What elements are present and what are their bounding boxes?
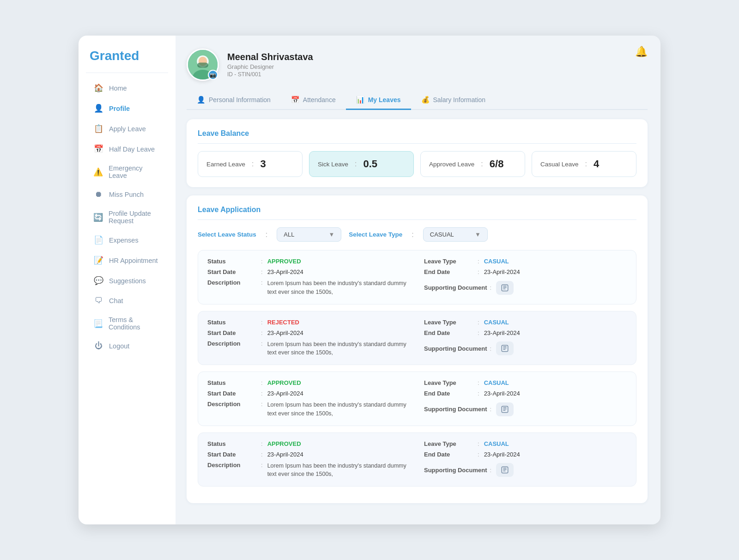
salary-tab-icon: 💰 <box>421 96 430 104</box>
supporting-document-button[interactable] <box>496 281 514 295</box>
sidebar-item-label: Half Day Leave <box>109 146 155 153</box>
sidebar-item-terms[interactable]: 📃 Terms & Conditions <box>82 311 172 336</box>
supporting-document-button[interactable] <box>496 463 514 477</box>
app-logo: Granted <box>79 49 176 73</box>
end-date-field-label: End Date <box>424 329 475 336</box>
supporting-document-button[interactable] <box>496 341 514 355</box>
apply-leave-icon: 📋 <box>93 124 103 134</box>
start-date-value: 23-April-2024 <box>267 329 303 336</box>
balance-item-approved-leave: Approved Leave : 6/8 <box>420 151 525 177</box>
filter-type-colon: : <box>412 231 413 239</box>
end-date-value: 23-April-2024 <box>484 451 520 458</box>
leave-type-field-label: Leave Type <box>424 440 475 447</box>
leave-type-field-label: Leave Type <box>424 379 475 386</box>
description-value: Lorem Ipsum has been the industry's stan… <box>267 279 410 297</box>
sidebar-item-emergency-leave[interactable]: ⚠️ Emergency Leave <box>82 159 172 184</box>
sidebar-divider <box>86 73 168 73</box>
table-row: Status : APPROVED Leave Type : CASUAL St… <box>198 250 636 304</box>
status-field-label: Status <box>207 319 258 326</box>
supporting-doc-field-label: Supporting Document <box>424 284 487 291</box>
leave-type-value: CASUAL <box>484 258 509 265</box>
leave-type-field-label: Leave Type <box>424 258 475 265</box>
table-row: Status : APPROVED Leave Type : CASUAL St… <box>198 371 636 426</box>
tab-attendance[interactable]: 📅 Attendance <box>281 91 346 110</box>
tab-label: Salary Information <box>433 96 486 103</box>
start-date-field-label: Start Date <box>207 329 258 336</box>
sidebar-item-apply-leave[interactable]: 📋 Apply Leave <box>82 119 172 139</box>
balance-item-earned-leave: Earned Leave : 3 <box>198 151 303 177</box>
suggestions-icon: 💬 <box>93 276 103 286</box>
sidebar-item-chat[interactable]: 🗨 Chat <box>82 291 172 310</box>
supporting-doc-field-label: Supporting Document <box>424 406 487 413</box>
logout-icon: ⏻ <box>93 341 103 351</box>
attendance-tab-icon: 📅 <box>291 96 300 104</box>
svg-rect-4 <box>197 62 208 67</box>
filter-type-select[interactable]: CASUAL ▼ <box>423 227 488 242</box>
filter-type-label: Select Leave Type <box>349 231 402 238</box>
my-leaves-tab-icon: 📊 <box>356 96 365 104</box>
tab-label: My Leaves <box>368 96 401 103</box>
profile-name: Meenal Shrivastava <box>227 52 313 62</box>
filter-status-label: Select Leave Status <box>198 231 256 238</box>
start-date-field-label: Start Date <box>207 268 258 275</box>
sidebar-item-label: Suggestions <box>109 277 146 285</box>
chat-icon: 🗨 <box>93 296 103 305</box>
status-field-label: Status <box>207 258 258 265</box>
miss-punch-icon: ⏺ <box>93 190 103 199</box>
sidebar-item-hr-appointment[interactable]: 📝 HR Appointment <box>82 250 172 270</box>
balance-label: Sick Leave <box>318 161 348 168</box>
sidebar-item-suggestions[interactable]: 💬 Suggestions <box>82 271 172 291</box>
tab-label: Attendance <box>303 96 336 103</box>
end-date-field-label: End Date <box>424 268 475 275</box>
start-date-value: 23-April-2024 <box>267 451 303 458</box>
sidebar-item-label: Terms & Conditions <box>109 316 161 331</box>
sidebar-item-miss-punch[interactable]: ⏺ Miss Punch <box>82 185 172 204</box>
sidebar-nav: 🏠 Home 👤 Profile 📋 Apply Leave 📅 Half Da… <box>79 78 176 356</box>
sidebar-item-label: Logout <box>109 342 129 350</box>
sidebar-item-profile[interactable]: 👤 Profile <box>82 98 172 118</box>
home-icon: 🏠 <box>93 83 103 93</box>
half-day-leave-icon: 📅 <box>93 144 103 154</box>
end-date-field-label: End Date <box>424 390 475 397</box>
table-row: Status : REJECTED Leave Type : CASUAL St… <box>198 311 636 365</box>
sidebar-item-expenses[interactable]: 📄 Expenses <box>82 230 172 250</box>
profile-update-icon: 🔄 <box>93 213 103 222</box>
status-badge: APPROVED <box>267 440 301 447</box>
balance-label: Earned Leave <box>206 161 245 168</box>
leave-balance-title: Leave Balance <box>198 129 636 144</box>
filter-status-value: ALL <box>284 231 294 238</box>
notification-bell-icon[interactable]: 🔔 <box>635 46 648 58</box>
sidebar-item-profile-update[interactable]: 🔄 Profile Update Request <box>82 205 172 230</box>
supporting-doc-field-label: Supporting Document <box>424 467 487 474</box>
description-value: Lorem Ipsum has been the industry's stan… <box>267 340 410 358</box>
profile-info: Meenal Shrivastava Graphic Designer ID -… <box>227 52 313 78</box>
chevron-down-icon-2: ▼ <box>475 231 481 238</box>
camera-badge-icon[interactable]: 📷 <box>208 70 218 80</box>
balance-value: 3 <box>260 158 266 170</box>
sidebar-item-label: Emergency Leave <box>109 164 161 179</box>
balance-colon: : <box>481 160 483 168</box>
sidebar-item-label: Apply Leave <box>109 125 146 133</box>
filter-status-select[interactable]: ALL ▼ <box>277 227 341 242</box>
profile-emp-id: ID - STIN/001 <box>227 71 313 78</box>
description-field-label: Description <box>207 340 258 347</box>
supporting-doc-field-label: Supporting Document <box>424 345 487 352</box>
sidebar-item-label: Profile <box>109 105 130 112</box>
leave-type-value: CASUAL <box>484 440 509 447</box>
start-date-field-label: Start Date <box>207 390 258 397</box>
tab-my-leaves[interactable]: 📊 My Leaves <box>346 91 411 110</box>
sidebar-item-half-day-leave[interactable]: 📅 Half Day Leave <box>82 139 172 159</box>
status-badge: APPROVED <box>267 379 301 386</box>
sidebar-item-home[interactable]: 🏠 Home <box>82 78 172 98</box>
tab-personal[interactable]: 👤 Personal Inforrmation <box>187 91 281 110</box>
sidebar-item-logout[interactable]: ⏻ Logout <box>82 336 172 356</box>
balance-value: 0.5 <box>363 158 378 170</box>
app-container: Granted 🏠 Home 👤 Profile 📋 Apply Leave 📅… <box>79 36 660 524</box>
supporting-document-button[interactable] <box>496 402 514 416</box>
main-content: 🔔 📷 Meenal Shrivastava Graphic Design <box>176 36 660 524</box>
emergency-leave-icon: ⚠️ <box>93 167 103 177</box>
end-date-field-label: End Date <box>424 451 475 458</box>
leave-type-value: CASUAL <box>484 319 509 326</box>
balance-value: 4 <box>594 158 599 170</box>
tab-salary[interactable]: 💰 Salary Information <box>411 91 496 110</box>
